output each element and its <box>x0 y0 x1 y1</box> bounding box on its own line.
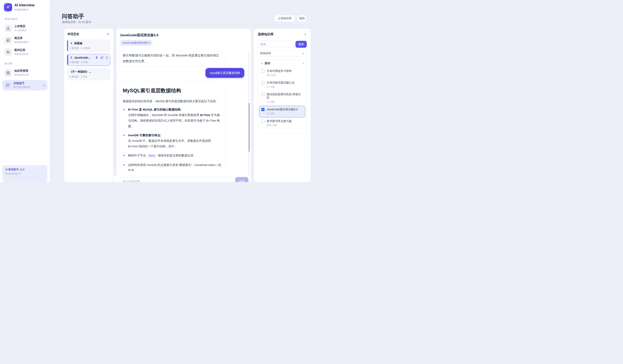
pin-icon <box>70 42 73 45</box>
message-text: mysql索引底层数据结构 <box>210 71 240 75</box>
app-logo <box>4 3 12 11</box>
pin-icon <box>70 56 73 59</box>
checkbox-checked[interactable] <box>261 108 265 111</box>
colon: : <box>160 134 161 137</box>
list-item-text: 在 InnoDB 中，数据文件本身就是索引文件。表数据文件是按照 B+Tree … <box>128 139 211 148</box>
divider <box>0 162 50 162</box>
pin-button-icon[interactable] <box>95 56 98 59</box>
bullet-dot <box>123 155 125 156</box>
sidebar-item-interview-records[interactable]: 面试记录 查看面试历史 <box>2 47 47 57</box>
kb-item[interactable]: 分布式系统学习资料 63.4 KB <box>259 67 305 79</box>
documents-icon <box>4 37 12 44</box>
upload-kb-button[interactable]: 上传知识库 <box>274 15 295 22</box>
kb-item-selected[interactable]: JavaGuide面试突击版5.0 8.1 MB <box>259 106 305 118</box>
checkbox-unchecked[interactable] <box>261 93 265 96</box>
list-item-strong: InnoDB 引擎的索引特点 <box>128 134 160 137</box>
nav-subtitle: 基于知识库问答 <box>14 85 30 89</box>
sidebar-item-kb-management[interactable]: 知识库管理 管理知识文档 <box>2 68 47 78</box>
people-icon <box>4 48 12 56</box>
sidebar-footer: AI 面试助手 v1.0 Powered by AI <box>0 162 50 182</box>
answer-heading: MySQL索引底层数据结构 <box>123 87 222 94</box>
app-brand: AI Interview 智能面试助手 <box>0 0 50 14</box>
conversation-title: 《不一样面经》... <box>69 70 91 74</box>
sparkle-icon <box>6 5 10 9</box>
list-item: 树的叶子节点 data 域保存的是完整的数据记录。 <box>123 153 222 159</box>
ai-message: MySQL索引底层数据结构 根据提供的知识库内容，MySQL索引的底层数据结构主… <box>119 82 225 171</box>
kb-group-count: 5 <box>303 62 304 65</box>
powered-by-label: Powered by AI <box>5 172 44 175</box>
chat-title: JavaGuide面试突击版5.0 <box>120 33 248 38</box>
send-button[interactable]: 发送 <box>235 177 248 182</box>
conversation-item[interactable]: 《不一样面经》... 6 条消息 · 1 天前 <box>67 68 111 81</box>
conversation-item[interactable]: 标题修 2 条消息 · 4 小时前 <box>67 40 111 52</box>
nav-subtitle: 管理所有简历 <box>14 40 28 44</box>
list-item-text: 这种特性使得 InnoDB 的主键索引具有“聚簇索引”（clustered in… <box>128 163 221 171</box>
kb-item-title: 分布式相关面试题汇总 <box>267 81 294 84</box>
nav-subtitle: 管理知识文档 <box>14 73 28 77</box>
chat-history-panel: 对话历史 标题修 2 条消息 · 4 小时前 JavaGuide... <box>64 29 113 182</box>
nav-subtitle: 查看面试历史 <box>14 53 28 56</box>
kb-item[interactable]: 面试官的思维写简历-阿里社区 3.7 MB <box>259 91 305 106</box>
nav-title: 上传简历 <box>14 24 27 28</box>
page-subtitle: 选择知识库，向 AI 提问 <box>62 20 91 24</box>
edit-icon[interactable] <box>100 56 103 59</box>
chevron-down-icon <box>261 62 263 64</box>
kb-item-size: 500.7 KB <box>267 124 292 127</box>
bullet-dot <box>123 135 125 136</box>
inline-code: data <box>147 154 156 158</box>
question-input[interactable] <box>120 177 233 182</box>
chat-header: JavaGuide面试突击版5.0 JavaGuide面试突击版5.0 <box>117 29 251 51</box>
history-title: 对话历史 <box>67 32 79 36</box>
sidebar-item-upload-resume[interactable]: 上传简历 AI 分析简历 <box>2 23 47 33</box>
list-item: InnoDB 引擎的索引特点: 在 InnoDB 中，数据文件本身就是索引文件。… <box>123 133 222 149</box>
checkbox-unchecked[interactable] <box>261 81 265 84</box>
scrollbar-thumb[interactable] <box>248 103 250 152</box>
conversation-item-active[interactable]: JavaGuide... 4 条消息 · 1 天前 <box>67 54 111 66</box>
version-card: AI 面试助手 v1.0 Powered by AI <box>2 165 47 182</box>
kb-select-panel: 选择知识库 搜索 时间排序 面试 5 <box>254 29 311 182</box>
sidebar-item-qa-assistant[interactable]: 问答助手 基于知识库问答 <box>2 80 47 91</box>
ai-message-partial: 索引将数据与主键索引组织在一起，而 MyISAM 则是通过索引指向独立的数据文件… <box>119 51 225 67</box>
sort-select[interactable]: 时间排序 <box>258 50 307 57</box>
sidebar: AI Interview 智能面试助手 简历与面试 上传简历 AI 分析简历 简… <box>0 0 50 182</box>
bullet-dot <box>123 164 125 165</box>
kb-panel-title: 选择知识库 <box>258 32 274 37</box>
pinned-indicator <box>67 40 68 52</box>
trash-icon[interactable] <box>105 56 109 59</box>
app-tagline: 智能面试助手 <box>15 8 35 12</box>
conversation-meta: 6 条消息 · 1 天前 <box>69 75 109 79</box>
checkbox-unchecked[interactable] <box>261 120 265 123</box>
chat-input-bar: 发送 <box>113 175 251 182</box>
answer-intro: 根据提供的知识库内容，MySQL索引的底层数据结构主要涉及以下信息： <box>123 99 222 104</box>
kb-item[interactable]: 技术面试常见智力题 500.7 KB <box>259 118 305 129</box>
kb-item[interactable]: 分布式相关面试题汇总 7.7 MB <box>259 79 305 91</box>
kb-item-title: 面试官的思维写简历-阿里社区 <box>267 93 303 100</box>
pinned-indicator <box>67 54 68 66</box>
nav-title: 面试记录 <box>14 48 28 52</box>
kb-group-header[interactable]: 面试 5 <box>258 60 307 67</box>
checkbox-unchecked[interactable] <box>261 69 265 73</box>
sidebar-item-resume-library[interactable]: 简历库 管理所有简历 <box>2 36 47 45</box>
database-icon <box>4 69 12 77</box>
list-item-strong: B+Tree 是 MySQL 索引的核心数据结构 <box>128 108 180 111</box>
app-name: AI Interview <box>15 3 35 7</box>
sort-selected-value: 时间排序 <box>260 52 271 55</box>
kb-search-button[interactable]: 搜索 <box>295 41 307 48</box>
nav-subtitle: AI 分析简历 <box>14 29 27 32</box>
new-conversation-button[interactable] <box>106 32 110 36</box>
back-button[interactable]: 返回 <box>297 15 307 22</box>
nav-title: 知识库管理 <box>14 69 28 73</box>
answer-list: B+Tree 是 MySQL 索引的核心数据结构: 文档中明确指出，MyISAM… <box>123 107 222 171</box>
messages-scroll-area[interactable]: 索引将数据与主键索引组织在一起，而 MyISAM 则是通过索引指向独立的数据文件… <box>117 51 251 171</box>
conversation-meta: 2 条消息 · 4 小时前 <box>70 46 109 50</box>
nav-title: 简历库 <box>14 37 28 40</box>
kb-search-input[interactable] <box>258 41 294 48</box>
bullet-dot <box>123 109 125 110</box>
user-message-bubble: mysql索引底层数据结构 <box>205 68 244 78</box>
upload-icon <box>4 24 12 32</box>
list-item: B+Tree 是 MySQL 索引的核心数据结构: 文档中明确指出，MyISAM… <box>123 107 222 129</box>
app-window: AI Interview 智能面试助手 简历与面试 上传简历 AI 分析简历 简… <box>0 0 312 182</box>
collapse-panel-icon[interactable] <box>304 33 307 36</box>
message-text: 索引将数据与主键索引组织在一起，而 MyISAM 则是通过索引指向独立的数据文件… <box>123 53 222 64</box>
version-label: AI 面试助手 v1.0 <box>5 168 44 171</box>
